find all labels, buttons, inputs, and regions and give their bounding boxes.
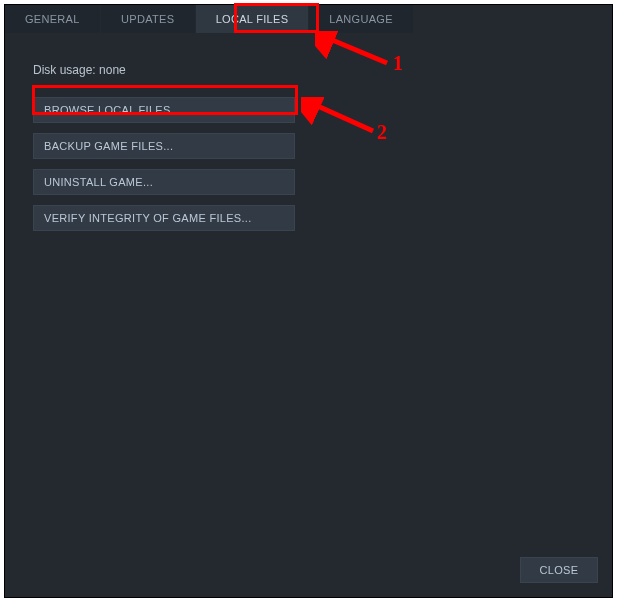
tab-bar: GENERAL UPDATES LOCAL FILES LANGUAGE (5, 5, 612, 33)
tab-updates[interactable]: UPDATES (101, 5, 196, 33)
properties-window: GENERAL UPDATES LOCAL FILES LANGUAGE Dis… (4, 4, 613, 598)
browse-local-files-button[interactable]: BROWSE LOCAL FILES... (33, 97, 295, 123)
disk-usage-label: Disk usage: (33, 63, 96, 77)
close-button[interactable]: CLOSE (520, 557, 598, 583)
tab-local-files[interactable]: LOCAL FILES (196, 5, 310, 33)
action-buttons: BROWSE LOCAL FILES... BACKUP GAME FILES.… (33, 97, 295, 231)
uninstall-game-button[interactable]: UNINSTALL GAME... (33, 169, 295, 195)
backup-game-files-button[interactable]: BACKUP GAME FILES... (33, 133, 295, 159)
footer: CLOSE (520, 557, 598, 583)
disk-usage-line: Disk usage: none (33, 63, 584, 77)
verify-integrity-button[interactable]: VERIFY INTEGRITY OF GAME FILES... (33, 205, 295, 231)
tab-language[interactable]: LANGUAGE (309, 5, 414, 33)
tab-general[interactable]: GENERAL (5, 5, 101, 33)
tab-content: Disk usage: none BROWSE LOCAL FILES... B… (5, 33, 612, 231)
disk-usage-value: none (99, 63, 126, 77)
